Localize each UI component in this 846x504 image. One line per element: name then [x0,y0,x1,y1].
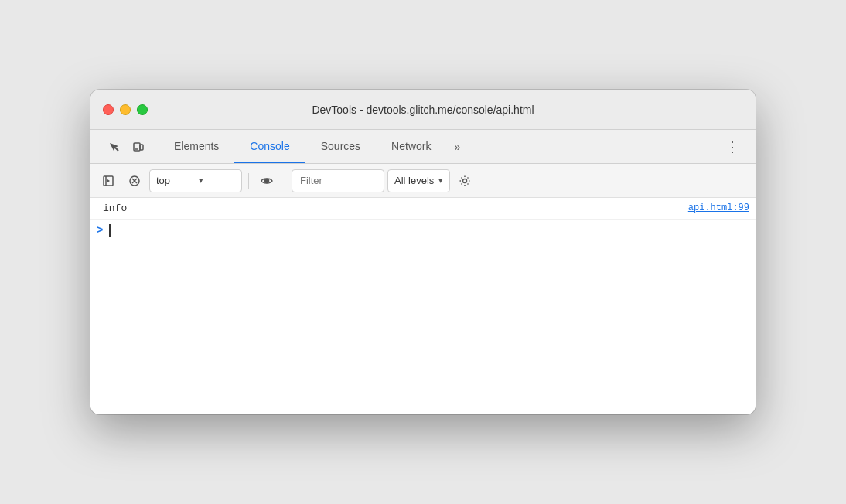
window-title: DevTools - devtools.glitch.me/console/ap… [312,104,534,116]
context-dropdown[interactable]: top ▾ [149,169,242,192]
tabs: Elements Console Sources Network » [159,130,715,163]
titlebar: DevTools - devtools.glitch.me/console/ap… [90,90,756,130]
device-icon-button[interactable] [128,136,149,158]
console-cursor [109,224,111,237]
levels-dropdown[interactable]: All levels ▾ [387,169,450,192]
tabbar-menu: ⋮ [715,130,749,163]
dropdown-arrow-icon: ▾ [199,175,235,186]
tab-console[interactable]: Console [234,130,305,163]
console-entry-link[interactable]: api.html:99 [688,203,749,213]
devtools-window: DevTools - devtools.glitch.me/console/ap… [90,90,756,414]
inspect-icon-button[interactable] [103,136,125,158]
tab-network[interactable]: Network [376,130,446,163]
sidebar-toggle-button[interactable] [97,169,120,192]
svg-point-11 [463,179,467,182]
maximize-button[interactable] [137,104,148,115]
clear-console-button[interactable] [123,169,146,192]
tabbar: Elements Console Sources Network » ⋮ [90,130,756,164]
svg-point-10 [265,179,269,182]
levels-arrow-icon: ▾ [438,175,443,186]
eye-button[interactable] [255,169,278,192]
svg-marker-6 [107,179,110,182]
toolbar-divider [248,173,249,189]
tabbar-icons [97,130,155,163]
minimize-button[interactable] [120,104,131,115]
filter-input[interactable] [292,169,384,192]
gear-button[interactable] [453,169,476,192]
svg-line-0 [115,148,118,151]
toolbar-divider-2 [285,173,285,189]
toolbar: top ▾ All levels ▾ [90,164,756,198]
svg-rect-2 [140,145,143,150]
close-button[interactable] [103,104,114,115]
console-input-row[interactable]: > [90,220,756,241]
console-entry-0: info api.html:99 [90,198,756,220]
tab-more[interactable]: » [446,130,468,163]
traffic-lights [103,104,148,115]
console-content: info api.html:99 > [90,198,756,414]
console-entry-text: info [103,203,688,214]
console-prompt-symbol: > [97,224,103,237]
tab-elements[interactable]: Elements [159,130,234,163]
tab-sources[interactable]: Sources [305,130,376,163]
more-menu-button[interactable]: ⋮ [721,136,743,158]
